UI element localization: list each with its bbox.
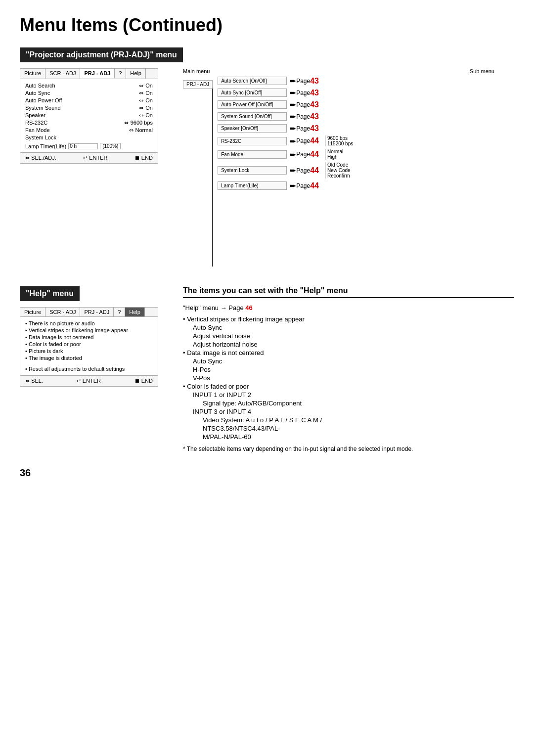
- tab-scr-adj: SCR - ADJ: [45, 69, 80, 79]
- menu-row-speaker: Speaker ⇔ On: [25, 112, 153, 119]
- menu-row-autosync: Auto Sync ⇔ On: [25, 89, 153, 97]
- help-list-indent-vn: Adjust vertical noise: [183, 332, 514, 340]
- tab-picture: Picture: [20, 69, 45, 79]
- menu-footer: ⇔ SEL./ADJ. ↵ ENTER ⏹ END: [20, 152, 158, 163]
- tab-prj-adj: PRJ - ADJ: [80, 69, 115, 79]
- help-menu-box: Picture SCR - ADJ PRJ - ADJ ? Help There…: [20, 307, 158, 387]
- help-item-2: Vertical stripes or flickering image app…: [25, 327, 153, 334]
- menu-row-autopoweroff: Auto Power Off ⇔ On: [25, 97, 153, 104]
- help-section-left: "Help" menu Picture SCR - ADJ PRJ - ADJ …: [20, 286, 168, 452]
- help-list-item-3: Color is faded or poor: [183, 383, 514, 390]
- help-list-indent-vpos: V-Pos: [183, 374, 514, 382]
- diagram-item-lamp: Lamp Timer(Life) ➨Page 44: [218, 181, 353, 190]
- help-menu-footer: ⇔ SEL. ↵ ENTER ⏹ END: [20, 375, 158, 386]
- diagram-item-autosearch: Auto Search [On/Off] ➨Page 43: [218, 76, 353, 86]
- prj-adj-top-box: PRJ - ADJ: [183, 80, 213, 89]
- help-footnote: * The selectable items vary depending on…: [183, 445, 514, 452]
- help-item-5: Picture is dark: [25, 348, 153, 355]
- menu-row-autosearch: Auto Search ⇔ On: [25, 82, 153, 89]
- page-title: Menu Items (Continued): [20, 15, 514, 36]
- help-section: "Help" menu Picture SCR - ADJ PRJ - ADJ …: [20, 286, 514, 452]
- help-item-6: The image is distorted: [25, 355, 153, 361]
- help-header: "Help" menu: [20, 286, 80, 301]
- help-page-ref: "Help" menu → Page 46: [183, 304, 514, 311]
- diagram-item-systemlock: System Lock ➨Page 44 Old Code New Code R…: [218, 162, 353, 178]
- help-item-reset: Reset all adjustments to default setting…: [25, 365, 153, 372]
- help-tab-scr-adj: SCR - ADJ: [45, 308, 80, 316]
- lamp-row: Lamp Timer(Life) 0 h (100%): [25, 143, 153, 149]
- tab-help-icon: ?: [115, 69, 126, 79]
- menu-row-systemlock: System Lock: [25, 134, 153, 141]
- help-list-indent-input34: INPUT 3 or INPUT 4: [183, 408, 514, 415]
- help-list-indent-vidsys1: Video System: A u t o / P A L / S E C A …: [183, 416, 514, 424]
- help-tab-picture: Picture: [20, 308, 45, 316]
- help-items-title: The items you can set with the "Help" me…: [183, 286, 514, 298]
- tab-help: Help: [126, 69, 146, 79]
- diagram-item-speaker: Speaker [On/Off] ➨Page 43: [218, 124, 353, 133]
- prj-adj-section: "Projector adjustment (PRJ-ADJ)" menu Pi…: [20, 47, 514, 267]
- fanmode-options: Normal High: [325, 149, 343, 160]
- menu-row-systemsound: System Sound ⇔ On: [25, 104, 153, 112]
- menu-body: Auto Search ⇔ On Auto Sync ⇔ On Auto Pow…: [20, 79, 158, 152]
- help-list-item-1: Vertical stripes or flickering image app…: [183, 315, 514, 323]
- diagram-item-autosync: Auto Sync [On/Off] ➨Page 43: [218, 88, 353, 97]
- diagram-item-autopoweroff: Auto Power Off [On/Off] ➨Page 43: [218, 100, 353, 109]
- main-menu-label: Main menu: [183, 68, 210, 74]
- help-menu-items: There is no picture or audio Vertical st…: [20, 317, 158, 375]
- help-list-indent-autosync2: Auto Sync: [183, 357, 514, 365]
- help-item-4: Color is faded or poor: [25, 341, 153, 348]
- diagram-header: Main menu Sub menu: [183, 68, 514, 74]
- prj-adj-header: "Projector adjustment (PRJ-ADJ)" menu: [20, 47, 183, 62]
- systemlock-options: Old Code New Code Reconfirm: [325, 162, 351, 178]
- help-list-indent-hpos: H-Pos: [183, 366, 514, 373]
- help-tab-prj-adj: PRJ - ADJ: [80, 308, 114, 316]
- help-item-1: There is no picture or audio: [25, 320, 153, 327]
- help-items-section: The items you can set with the "Help" me…: [183, 286, 514, 452]
- menu-row-fanmode: Fan Mode ⇔ Normal: [25, 127, 153, 134]
- diagram-item-fanmode: Fan Mode ➨Page 44 Normal High: [218, 149, 353, 160]
- help-list-item-2: Data image is not centered: [183, 349, 514, 356]
- rs232c-options: 9600 bps 115200 bps: [325, 135, 353, 146]
- page-number: 36: [20, 467, 514, 479]
- sub-menu-label: Sub menu: [470, 68, 494, 74]
- help-item-3: Data image is not centered: [25, 334, 153, 341]
- prj-adj-menu-box: Picture SCR - ADJ PRJ - ADJ ? Help Auto …: [20, 68, 158, 164]
- help-items-list: Vertical stripes or flickering image app…: [183, 315, 514, 441]
- prj-adj-left: Picture SCR - ADJ PRJ - ADJ ? Help Auto …: [20, 68, 168, 267]
- diagram-groups-container: Auto Search [On/Off] ➨Page 43 Auto Sync …: [218, 76, 353, 192]
- help-list-indent-vidsys3: M/PAL-N/PAL-60: [183, 433, 514, 441]
- help-list-indent-autosync1: Auto Sync: [183, 324, 514, 331]
- help-tab-icon: ?: [114, 308, 125, 316]
- prj-adj-diagram: Main menu Sub menu PRJ - ADJ Auto Search…: [183, 68, 514, 267]
- help-list-indent-sigtype: Signal type: Auto/RGB/Component: [183, 400, 514, 407]
- diagram-item-systemsound: System Sound [On/Off] ➨Page 43: [218, 112, 353, 121]
- help-list-indent-hn: Adjust horizontal noise: [183, 341, 514, 348]
- menu-row-rs232c: RS-232C ⇔ 9600 bps: [25, 119, 153, 127]
- menu-tabs: Picture SCR - ADJ PRJ - ADJ ? Help: [20, 69, 158, 79]
- diagram-item-rs232c: RS-232C ➨Page 44 9600 bps 115200 bps: [218, 135, 353, 146]
- help-menu-tabs: Picture SCR - ADJ PRJ - ADJ ? Help: [20, 308, 158, 317]
- help-tab-help: Help: [125, 308, 145, 316]
- help-list-indent-input12: INPUT 1 or INPUT 2: [183, 391, 514, 399]
- help-list-indent-vidsys2: NTSC3.58/NTSC4.43/PAL-: [183, 425, 514, 432]
